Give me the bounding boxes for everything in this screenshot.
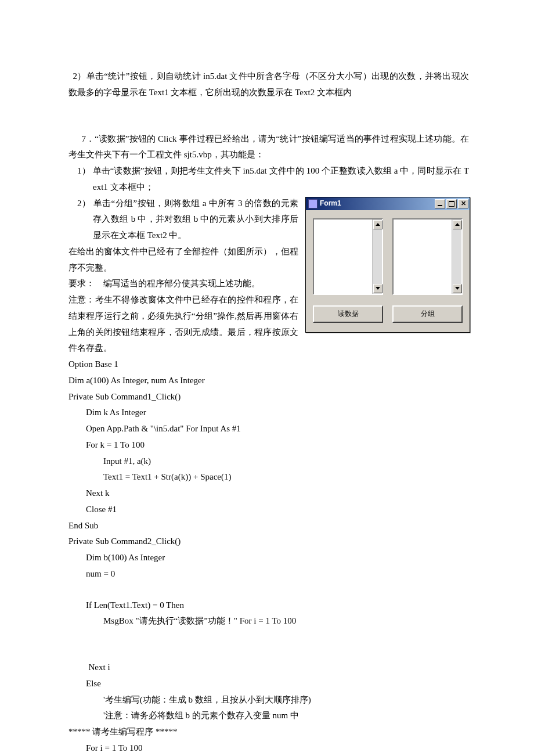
close-button[interactable]: ✕ (458, 199, 468, 208)
code-line: Private Sub Command1_Click() (68, 389, 469, 405)
code-line: If Len(Text1.Text) = 0 Then (68, 597, 469, 614)
code-line: Input #1, a(k) (68, 453, 469, 470)
code-line: '注意：请务必将数组 b 的元素个数存入变量 num 中 (68, 708, 469, 724)
code-line: For k = 1 To 100 (68, 437, 469, 453)
code-line: Open App.Path & "\in5.dat" For Input As … (68, 421, 469, 437)
code-line: End Sub (68, 518, 469, 534)
code-line: ***** 请考生编写程序 ***** (68, 724, 469, 740)
code-line: '考生编写(功能：生成 b 数组，且按从小到大顺序排序) (68, 692, 469, 708)
code-line: Dim a(100) As Integer, num As Integer (68, 373, 469, 389)
scroll-up-icon[interactable] (373, 220, 383, 229)
code-line: MsgBox "请先执行“读数据”功能！" For i = 1 To 100 (68, 613, 469, 629)
code-line: Else (68, 676, 469, 692)
maximize-button[interactable] (446, 199, 457, 208)
text2-scrollbar[interactable] (452, 219, 461, 294)
scroll-down-icon[interactable] (373, 284, 383, 293)
code-line: num = 0 (68, 566, 469, 582)
code-line: Private Sub Command2_Click() (68, 534, 469, 550)
form-preview: Form1 ✕ (305, 197, 469, 333)
code-listing: Option Base 1 Dim a(100) As Integer, num… (68, 357, 469, 756)
window-titlebar: Form1 ✕ (306, 197, 470, 210)
code-line: Next k (68, 485, 469, 502)
text1-box[interactable] (313, 218, 383, 295)
app-icon (308, 199, 317, 208)
scroll-down-icon[interactable] (453, 284, 462, 293)
window-title: Form1 (320, 197, 435, 210)
code-line: Option Base 1 (68, 357, 469, 373)
text1-scrollbar[interactable] (372, 219, 382, 294)
code-line: Next i (68, 660, 469, 676)
list-item-1: 1） 单击“读数据”按钮，则把考生文件夹下 in5.dat 文件中的 100 个… (68, 163, 469, 196)
text2-box[interactable] (392, 218, 463, 295)
question-7-lead: 7．“读数据”按钮的 Click 事件过程已经给出，请为“统计”按钮编写适当的事… (68, 131, 469, 164)
code-line: For i = 1 To 100 (68, 740, 469, 756)
read-data-button[interactable]: 读数据 (313, 305, 383, 323)
scroll-up-icon[interactable] (453, 220, 462, 229)
code-line: Dim k As Integer (68, 405, 469, 421)
group-button[interactable]: 分组 (392, 305, 463, 323)
minimize-button[interactable] (435, 199, 445, 208)
code-line: Dim b(100) As Integer (68, 550, 469, 566)
code-line: Close #1 (68, 502, 469, 518)
intro-paragraph: 2）单击“统计”按钮，则自动统计 in5.dat 文件中所含各字母（不区分大小写… (68, 69, 469, 101)
code-line: Text1 = Text1 + Str(a(k)) + Space(1) (68, 469, 469, 485)
